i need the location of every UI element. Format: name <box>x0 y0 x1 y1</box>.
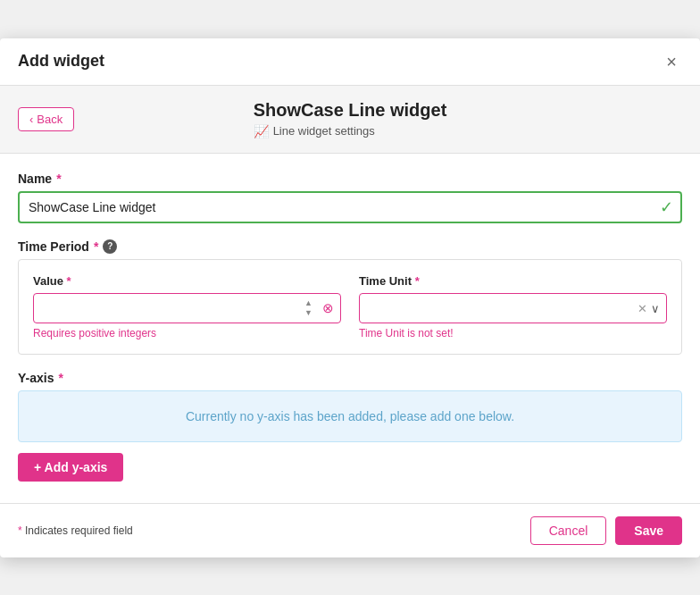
name-label: Name * <box>18 172 682 186</box>
dialog-body: Name * ✓ Time Period * ? Value <box>0 154 700 494</box>
yaxis-label: Y-axis * <box>18 371 682 385</box>
time-period-required-star: * <box>94 239 98 254</box>
time-unit-label-text: Time Unit <box>359 274 412 288</box>
widget-title-area: ShowCase Line widget 📈 Line widget setti… <box>254 100 447 138</box>
value-column: Value * ▲ ▼ ⊗ Requires positive integers <box>33 274 341 339</box>
time-period-box: Value * ▲ ▼ ⊗ Requires positive integers <box>18 259 682 355</box>
spinner-down-button[interactable]: ▼ <box>303 308 314 318</box>
yaxis-required-star: * <box>58 371 62 385</box>
back-chevron-icon: ‹ <box>29 113 33 126</box>
time-period-row: Value * ▲ ▼ ⊗ Requires positive integers <box>33 274 667 339</box>
help-icon[interactable]: ? <box>103 239 117 254</box>
back-label: Back <box>37 113 62 126</box>
value-error-icon: ⊗ <box>322 300 334 316</box>
time-period-label: Time Period * ? <box>18 239 682 254</box>
name-label-text: Name <box>18 172 52 186</box>
widget-subtitle: 📈 Line widget settings <box>254 124 447 138</box>
widget-title: ShowCase Line widget <box>254 100 447 121</box>
back-button[interactable]: ‹ Back <box>18 107 74 131</box>
footer-star: * <box>18 524 22 537</box>
dialog-title: Add widget <box>18 52 104 71</box>
value-sub-label: Value * <box>33 274 341 288</box>
time-period-label-text: Time Period <box>18 239 89 254</box>
widget-header: ‹ Back ShowCase Line widget 📈 Line widge… <box>0 86 700 154</box>
value-input-wrapper: ▲ ▼ ⊗ <box>33 293 341 323</box>
dialog-header: Add widget × <box>0 38 700 86</box>
spinner-up-button[interactable]: ▲ <box>303 298 314 308</box>
footer-note-text: Indicates required field <box>25 524 133 537</box>
value-input[interactable] <box>33 293 341 323</box>
spinner-buttons: ▲ ▼ <box>303 293 314 323</box>
time-unit-required-star: * <box>415 274 420 288</box>
name-input-wrapper: ✓ <box>18 191 682 223</box>
yaxis-section: Y-axis * Currently no y-axis has been ad… <box>18 371 682 482</box>
footer-actions: Cancel Save <box>530 516 682 545</box>
yaxis-empty-message: Currently no y-axis has been added, plea… <box>18 390 682 442</box>
yaxis-label-text: Y-axis <box>18 371 54 385</box>
footer-note: * Indicates required field <box>18 524 133 537</box>
name-input[interactable] <box>18 191 682 223</box>
time-unit-sub-label: Time Unit * <box>359 274 667 288</box>
name-field-group: Name * ✓ <box>18 172 682 223</box>
dialog-footer: * Indicates required field Cancel Save <box>0 503 700 557</box>
add-widget-dialog: Add widget × ‹ Back ShowCase Line widget… <box>0 38 700 557</box>
time-period-field-group: Time Period * ? Value * ▲ <box>18 239 682 355</box>
name-valid-icon: ✓ <box>660 197 673 217</box>
line-chart-icon: 📈 <box>254 124 269 138</box>
value-required-star: * <box>67 274 71 288</box>
add-yaxis-button[interactable]: + Add y-axis <box>18 453 123 482</box>
time-unit-error-text: Time Unit is not set! <box>359 327 667 339</box>
cancel-button[interactable]: Cancel <box>530 516 607 545</box>
value-error-text: Requires positive integers <box>33 327 341 339</box>
name-required-star: * <box>56 172 61 186</box>
value-label-text: Value <box>33 274 63 288</box>
save-button[interactable]: Save <box>615 516 682 545</box>
time-unit-wrapper: ✕ ∨ <box>359 293 667 323</box>
widget-subtitle-text: Line widget settings <box>273 124 375 138</box>
select-clear-icon[interactable]: ✕ <box>638 301 647 314</box>
close-button[interactable]: × <box>661 51 682 72</box>
time-unit-column: Time Unit * ✕ ∨ Time Unit <box>359 274 667 339</box>
time-unit-select[interactable] <box>359 293 667 323</box>
